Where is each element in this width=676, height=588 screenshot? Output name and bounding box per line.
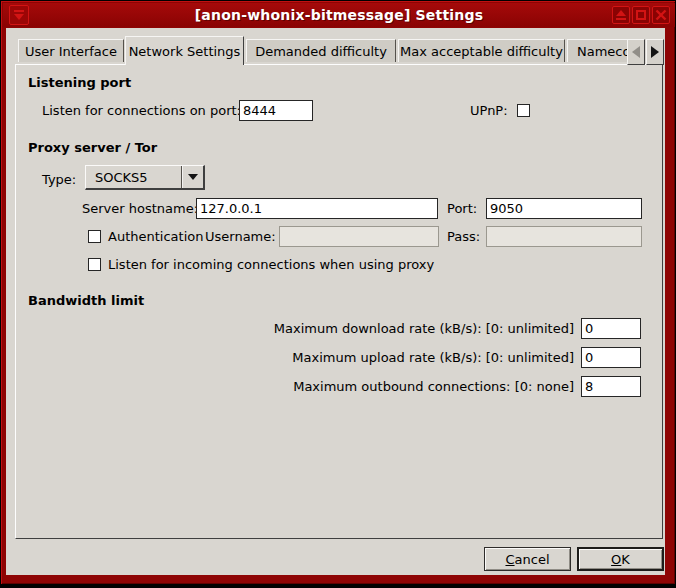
tab-label: Max acceptable difficulty: [400, 44, 563, 59]
listen-port-input[interactable]: [239, 100, 313, 121]
tab-demanded-difficulty[interactable]: Demanded difficulty: [246, 39, 396, 62]
chevron-down-icon: [188, 174, 198, 180]
titlebar[interactable]: [anon-whonix-bitmessage] Settings: [3, 3, 675, 27]
ok-button[interactable]: OK: [577, 547, 664, 571]
maximize-icon: [635, 9, 647, 21]
scroll-right-icon: [651, 46, 659, 58]
shade-icon: [615, 9, 627, 21]
listen-incoming-checkbox[interactable]: [88, 258, 101, 271]
bandwidth-heading: Bandwidth limit: [28, 293, 144, 308]
tab-label: User Interface: [25, 44, 117, 59]
server-hostname-input[interactable]: [196, 198, 438, 219]
tab-scroll-right-button[interactable]: [646, 39, 664, 65]
max-outbound-connections-input[interactable]: [581, 376, 641, 397]
cancel-button-label: Cancel: [505, 552, 549, 567]
titlebar-buttons: [612, 6, 670, 24]
proxy-port-input[interactable]: [486, 198, 642, 219]
proxy-heading: Proxy server / Tor: [28, 140, 157, 155]
combo-dropdown-button[interactable]: [181, 166, 203, 188]
shade-button[interactable]: [612, 6, 630, 24]
max-upload-rate-label: Maximum upload rate (kB/s): [0: unlimite…: [292, 347, 574, 368]
upnp-checkbox[interactable]: [517, 104, 530, 117]
close-icon: [655, 9, 667, 21]
settings-dialog: User Interface Network Settings Demanded…: [6, 28, 665, 575]
pass-input[interactable]: [486, 226, 642, 247]
ok-button-label: OK: [611, 552, 630, 567]
listening-port-heading: Listening port: [28, 75, 131, 90]
upnp-label: UPnP:: [470, 100, 508, 121]
authentication-checkbox[interactable]: [88, 230, 101, 243]
tab-label: Demanded difficulty: [255, 44, 387, 59]
username-label: Username:: [205, 226, 276, 247]
username-input[interactable]: [279, 226, 439, 247]
window-menu-icon: [13, 9, 25, 21]
tab-scroll-left-button[interactable]: [627, 39, 645, 65]
tab-namecoin[interactable]: Namecoin: [567, 39, 627, 62]
tab-network-settings[interactable]: Network Settings: [125, 36, 244, 65]
tab-label: Network Settings: [129, 44, 241, 59]
cancel-button[interactable]: Cancel: [484, 547, 571, 571]
window-menu-button[interactable]: [9, 5, 29, 25]
proxy-type-label: Type:: [42, 167, 76, 192]
proxy-type-value: SOCKS5: [86, 166, 181, 188]
tab-max-acceptable-difficulty[interactable]: Max acceptable difficulty: [398, 39, 565, 62]
network-settings-pane: Listening port Listen for connections on…: [15, 64, 663, 539]
max-download-rate-input[interactable]: [581, 318, 641, 339]
pass-label: Pass:: [447, 226, 480, 247]
proxy-type-select[interactable]: SOCKS5: [85, 165, 205, 190]
listen-incoming-label: Listen for incoming connections when usi…: [108, 254, 434, 275]
scroll-left-icon: [632, 46, 640, 58]
maximize-button[interactable]: [632, 6, 650, 24]
tab-label: Namecoin: [577, 44, 627, 59]
max-download-rate-label: Maximum download rate (kB/s): [0: unlimi…: [274, 318, 574, 339]
proxy-port-label: Port:: [447, 198, 477, 219]
tab-user-interface[interactable]: User Interface: [18, 39, 124, 62]
max-outbound-connections-label: Maximum outbound connections: [0: none]: [293, 376, 574, 397]
close-button[interactable]: [652, 6, 670, 24]
listen-port-label: Listen for connections on port:: [42, 100, 241, 121]
server-hostname-label: Server hostname:: [82, 198, 198, 219]
authentication-label: Authentication: [108, 226, 203, 247]
window-frame: [anon-whonix-bitmessage] Settings: [1, 1, 675, 584]
window-title: [anon-whonix-bitmessage] Settings: [3, 7, 675, 23]
max-upload-rate-input[interactable]: [581, 347, 641, 368]
